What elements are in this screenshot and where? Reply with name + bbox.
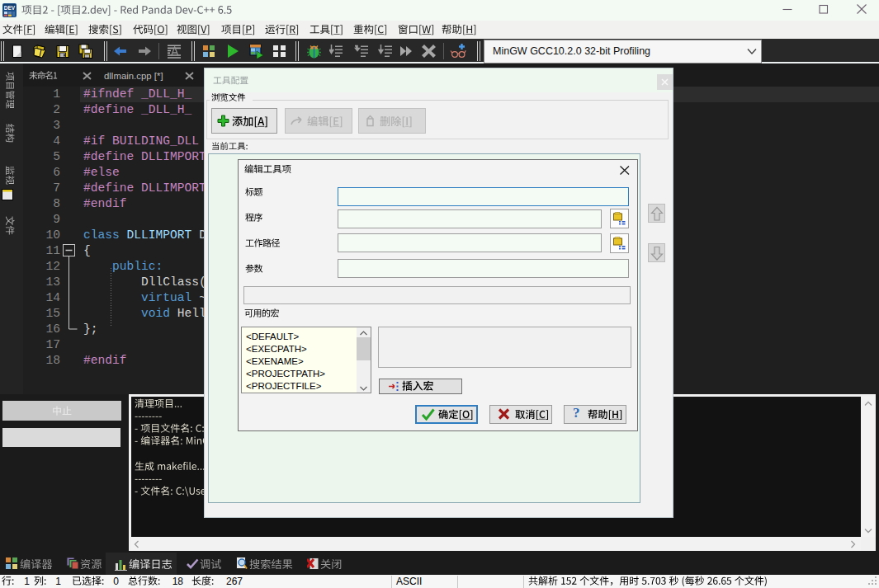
svg-text:DEV: DEV xyxy=(4,5,16,11)
